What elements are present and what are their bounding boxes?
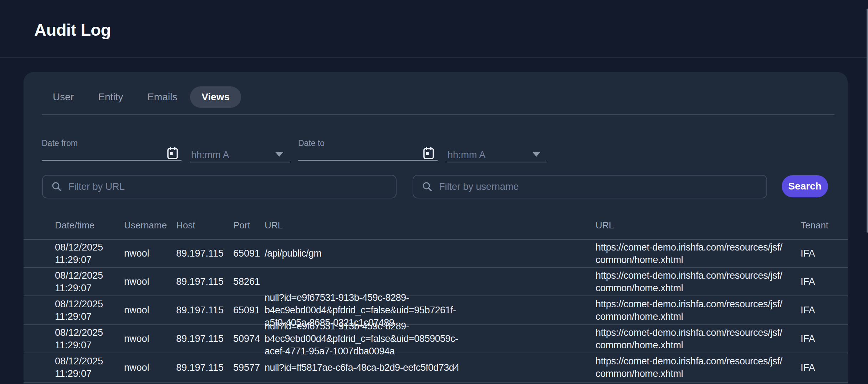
time-from-placeholder: hh:mm A: [190, 150, 229, 161]
tab-entity-label: Entity: [98, 91, 123, 103]
calendar-icon: [167, 147, 178, 160]
scrollbar-thumb[interactable]: [867, 9, 868, 233]
table-row: 08/12/2025 11:29:07 nwool 89.197.115 595…: [24, 353, 848, 383]
tab-emails-label: Emails: [147, 91, 177, 103]
caret-down-icon: [275, 152, 283, 157]
column-header-username: Username: [124, 211, 175, 239]
time-from-select[interactable]: hh:mm A: [190, 148, 290, 162]
cell-tenant: IFA: [801, 353, 836, 382]
search-icon: [422, 181, 433, 192]
search-button[interactable]: Search: [782, 175, 828, 197]
table-header-row: Date/time Username Host Port URL URL Ten…: [24, 211, 848, 240]
date-from-calendar-button[interactable]: [166, 146, 179, 160]
cell-url-2: https://comet-demo.irishfa.com/resources…: [596, 325, 797, 353]
tab-views-label: Views: [201, 91, 230, 103]
cell-url: null?id=e9f67531-913b-459c-8289-b4ec9ebd…: [265, 325, 594, 353]
cell-datetime: 08/12/2025 11:29:07: [55, 296, 121, 324]
cell-port: 50974: [233, 325, 263, 353]
tab-user-label: User: [53, 91, 74, 103]
tab-emails[interactable]: Emails: [136, 86, 189, 108]
cell-host: 89.197.115: [176, 325, 232, 353]
username-filter-input[interactable]: [439, 181, 758, 192]
cell-datetime: 08/12/2025 11:29:07: [55, 325, 121, 353]
cell-url-2: https://comet-demo.irishfa.com/resources…: [596, 353, 797, 382]
cell-tenant: IFA: [801, 268, 836, 295]
url-filter-input[interactable]: [68, 181, 387, 192]
table-body: 08/12/2025 11:29:07 nwool 89.197.115 650…: [24, 240, 848, 383]
cell-username: nwool: [124, 240, 175, 267]
time-to-select[interactable]: hh:mm A: [447, 148, 547, 162]
date-to-input[interactable]: [298, 146, 438, 161]
column-header-datetime: Date/time: [55, 211, 121, 239]
username-filter-box: [413, 175, 767, 198]
cell-username: nwool: [124, 353, 175, 382]
column-header-host: Host: [176, 211, 232, 239]
cell-username: nwool: [124, 325, 175, 353]
page-scrollbar[interactable]: [866, 0, 868, 384]
audit-log-card: User Entity Emails Views Date from hh:mm…: [24, 72, 848, 384]
column-header-tenant: Tenant: [801, 211, 836, 239]
cell-datetime: 08/12/2025 11:29:07: [55, 240, 121, 267]
cell-tenant: IFA: [801, 240, 836, 267]
cell-host: 89.197.115: [176, 353, 232, 382]
table-row: 08/12/2025 11:29:07 nwool 89.197.115 650…: [24, 240, 848, 268]
search-icon: [51, 181, 62, 192]
cell-port: 65091: [233, 240, 263, 267]
cell-url-2: https://comet-demo.irishfa.com/resources…: [596, 240, 797, 267]
cell-url-2: https://comet-demo.irishfa.com/resources…: [596, 296, 797, 324]
cell-host: 89.197.115: [176, 296, 232, 324]
tabs-divider: [42, 114, 834, 115]
column-header-url: URL: [265, 211, 594, 239]
page-title: Audit Log: [34, 20, 111, 40]
cell-tenant: IFA: [801, 325, 836, 353]
cell-datetime: 08/12/2025 11:29:07: [55, 353, 121, 382]
column-header-port: Port: [233, 211, 263, 239]
caret-down-icon: [532, 152, 540, 157]
date-from-input[interactable]: [42, 146, 182, 161]
cell-port: 58261: [233, 268, 263, 295]
cell-url-2: https://comet-demo.irishfa.com/resources…: [596, 268, 797, 295]
cell-host: 89.197.115: [176, 268, 232, 295]
cell-username: nwool: [124, 268, 175, 295]
cell-tenant: IFA: [801, 296, 836, 324]
cell-url: null?id=ff5817ae-c6fa-48ca-b2d9-eefc5f0d…: [265, 353, 594, 382]
tab-user[interactable]: User: [41, 86, 85, 108]
tab-views[interactable]: Views: [190, 86, 241, 108]
column-header-url-2: URL: [596, 211, 797, 239]
cell-username: nwool: [124, 296, 175, 324]
cell-url: /api/public/gm: [265, 240, 594, 267]
cell-datetime: 08/12/2025 11:29:07: [55, 268, 121, 295]
tab-entity[interactable]: Entity: [87, 86, 134, 108]
page-header: Audit Log: [0, 0, 868, 58]
table-row: 08/12/2025 11:29:07 nwool 89.197.115 509…: [24, 325, 848, 353]
cell-host: 89.197.115: [176, 240, 232, 267]
cell-port: 59577: [233, 353, 263, 382]
time-to-placeholder: hh:mm A: [447, 150, 486, 161]
date-to-calendar-button[interactable]: [422, 146, 435, 160]
calendar-icon: [423, 147, 434, 160]
cell-port: 65091: [233, 296, 263, 324]
tab-bar: User Entity Emails Views: [41, 86, 241, 108]
url-filter-box: [42, 175, 397, 198]
